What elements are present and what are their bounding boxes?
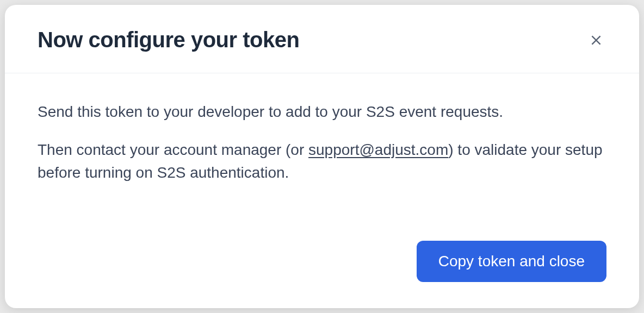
modal-title: Now configure your token <box>38 28 299 52</box>
close-button[interactable] <box>586 30 606 51</box>
instruction-line-1: Send this token to your developer to add… <box>38 101 606 123</box>
modal-header: Now configure your token <box>5 5 639 73</box>
instruction-line-2: Then contact your account manager (or su… <box>38 139 606 184</box>
close-icon <box>589 33 603 47</box>
instruction-line-2-pre: Then contact your account manager (or <box>38 141 308 158</box>
modal-footer: Copy token and close <box>5 241 639 308</box>
support-email-link[interactable]: support@adjust.com <box>308 141 448 158</box>
configure-token-modal: Now configure your token Send this token… <box>5 5 639 308</box>
modal-body: Send this token to your developer to add… <box>5 73 639 241</box>
copy-token-and-close-button[interactable]: Copy token and close <box>417 241 606 282</box>
